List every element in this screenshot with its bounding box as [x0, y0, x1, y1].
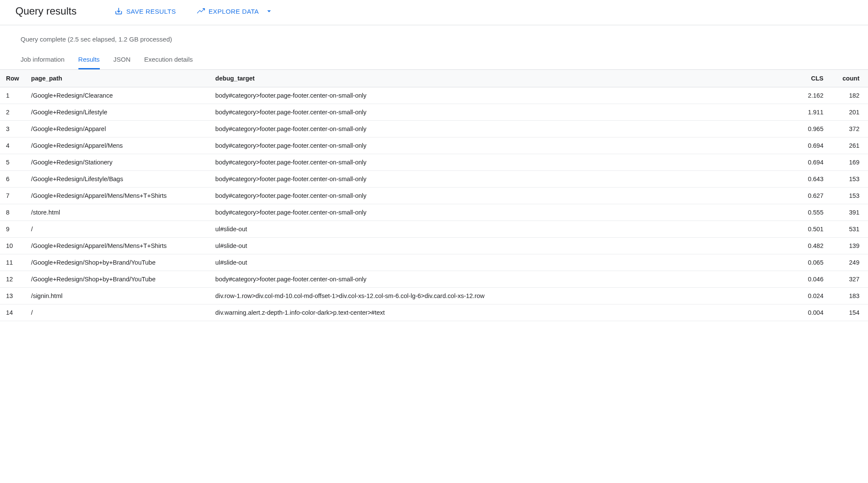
table-row: 14/div.warning.alert.z-depth-1.info-colo… — [0, 304, 868, 321]
cell-count: 201 — [829, 104, 868, 121]
chevron-down-icon — [265, 7, 273, 15]
cell-debug-target: body#category>footer.page-footer.center-… — [210, 188, 791, 204]
results-header: Query results SAVE RESULTS EXPLORE DATA — [0, 0, 868, 25]
cell-cls: 0.482 — [791, 238, 829, 254]
status-area: Query complete (2.5 sec elapsed, 1.2 GB … — [0, 25, 868, 43]
tab-job-information[interactable]: Job information — [21, 51, 65, 69]
cell-count: 327 — [829, 271, 868, 288]
tab-json[interactable]: JSON — [114, 51, 131, 69]
cell-row-number: 3 — [0, 121, 25, 137]
cell-cls: 0.046 — [791, 271, 829, 288]
tab-results[interactable]: Results — [78, 51, 100, 69]
cell-page-path: /Google+Redesign/Lifestyle/Bags — [25, 171, 210, 188]
col-header-cls: CLS — [791, 70, 829, 87]
cell-page-path: /store.html — [25, 204, 210, 221]
page-title: Query results — [15, 5, 77, 17]
cell-debug-target: div.row-1.row>div.col-md-10.col-md-offse… — [210, 288, 791, 304]
cell-cls: 0.694 — [791, 154, 829, 171]
cell-debug-target: ul#slide-out — [210, 238, 791, 254]
table-row: 11/Google+Redesign/Shop+by+Brand/YouTube… — [0, 254, 868, 271]
cell-page-path: /Google+Redesign/Lifestyle — [25, 104, 210, 121]
cell-count: 391 — [829, 204, 868, 221]
cell-count: 154 — [829, 304, 868, 321]
cell-row-number: 1 — [0, 87, 25, 104]
col-header-row: Row — [0, 70, 25, 87]
col-header-debug-target: debug_target — [210, 70, 791, 87]
cell-debug-target: body#category>footer.page-footer.center-… — [210, 171, 791, 188]
cell-row-number: 6 — [0, 171, 25, 188]
cell-cls: 0.004 — [791, 304, 829, 321]
table-row: 10/Google+Redesign/Apparel/Mens/Mens+T+S… — [0, 238, 868, 254]
cell-count: 249 — [829, 254, 868, 271]
cell-count: 182 — [829, 87, 868, 104]
cell-cls: 1.911 — [791, 104, 829, 121]
table-row: 3/Google+Redesign/Apparelbody#category>f… — [0, 121, 868, 137]
cell-debug-target: body#category>footer.page-footer.center-… — [210, 87, 791, 104]
cell-cls: 0.065 — [791, 254, 829, 271]
download-icon — [114, 7, 123, 15]
save-results-button[interactable]: SAVE RESULTS — [114, 7, 176, 15]
cell-row-number: 13 — [0, 288, 25, 304]
cell-count: 153 — [829, 171, 868, 188]
cell-page-path: /Google+Redesign/Apparel/Mens — [25, 137, 210, 154]
cell-cls: 0.643 — [791, 171, 829, 188]
cell-debug-target: body#category>footer.page-footer.center-… — [210, 271, 791, 288]
cell-row-number: 8 — [0, 204, 25, 221]
cell-row-number: 10 — [0, 238, 25, 254]
cell-debug-target: body#category>footer.page-footer.center-… — [210, 154, 791, 171]
table-row: 6/Google+Redesign/Lifestyle/Bagsbody#cat… — [0, 171, 868, 188]
cell-debug-target: body#category>footer.page-footer.center-… — [210, 137, 791, 154]
cell-cls: 0.627 — [791, 188, 829, 204]
cell-cls: 0.555 — [791, 204, 829, 221]
chart-icon — [197, 7, 205, 15]
cell-count: 531 — [829, 221, 868, 238]
cell-cls: 0.501 — [791, 221, 829, 238]
cell-debug-target: body#category>footer.page-footer.center-… — [210, 121, 791, 137]
cell-count: 183 — [829, 288, 868, 304]
cell-page-path: / — [25, 304, 210, 321]
table-row: 5/Google+Redesign/Stationerybody#categor… — [0, 154, 868, 171]
cell-page-path: /Google+Redesign/Stationery — [25, 154, 210, 171]
cell-row-number: 2 — [0, 104, 25, 121]
table-row: 8/store.htmlbody#category>footer.page-fo… — [0, 204, 868, 221]
table-row: 7/Google+Redesign/Apparel/Mens/Mens+T+Sh… — [0, 188, 868, 204]
cell-row-number: 7 — [0, 188, 25, 204]
save-results-label: SAVE RESULTS — [126, 8, 176, 15]
cell-page-path: / — [25, 221, 210, 238]
query-status-text: Query complete (2.5 sec elapsed, 1.2 GB … — [21, 36, 847, 43]
cell-cls: 0.694 — [791, 137, 829, 154]
cell-page-path: /Google+Redesign/Shop+by+Brand/YouTube — [25, 254, 210, 271]
table-row: 1/Google+Redesign/Clearancebody#category… — [0, 87, 868, 104]
cell-row-number: 14 — [0, 304, 25, 321]
table-row: 12/Google+Redesign/Shop+by+Brand/YouTube… — [0, 271, 868, 288]
cell-row-number: 11 — [0, 254, 25, 271]
cell-debug-target: body#category>footer.page-footer.center-… — [210, 104, 791, 121]
cell-cls: 0.965 — [791, 121, 829, 137]
cell-count: 261 — [829, 137, 868, 154]
cell-row-number: 12 — [0, 271, 25, 288]
cell-row-number: 9 — [0, 221, 25, 238]
cell-debug-target: div.warning.alert.z-depth-1.info-color-d… — [210, 304, 791, 321]
cell-page-path: /Google+Redesign/Shop+by+Brand/YouTube — [25, 271, 210, 288]
cell-count: 153 — [829, 188, 868, 204]
table-row: 4/Google+Redesign/Apparel/Mensbody#categ… — [0, 137, 868, 154]
cell-page-path: /signin.html — [25, 288, 210, 304]
cell-row-number: 5 — [0, 154, 25, 171]
result-tabs: Job information Results JSON Execution d… — [0, 51, 868, 69]
cell-cls: 2.162 — [791, 87, 829, 104]
cell-page-path: /Google+Redesign/Apparel/Mens/Mens+T+Shi… — [25, 238, 210, 254]
cell-cls: 0.024 — [791, 288, 829, 304]
table-row: 9/ul#slide-out0.501531 — [0, 221, 868, 238]
cell-debug-target: body#category>footer.page-footer.center-… — [210, 204, 791, 221]
explore-data-button[interactable]: EXPLORE DATA — [197, 7, 274, 15]
cell-count: 372 — [829, 121, 868, 137]
table-row: 13/signin.htmldiv.row-1.row>div.col-md-1… — [0, 288, 868, 304]
col-header-page-path: page_path — [25, 70, 210, 87]
cell-page-path: /Google+Redesign/Apparel — [25, 121, 210, 137]
tab-execution-details[interactable]: Execution details — [144, 51, 193, 69]
table-header-row: Row page_path debug_target CLS count — [0, 70, 868, 87]
cell-count: 139 — [829, 238, 868, 254]
cell-page-path: /Google+Redesign/Clearance — [25, 87, 210, 104]
cell-row-number: 4 — [0, 137, 25, 154]
table-row: 2/Google+Redesign/Lifestylebody#category… — [0, 104, 868, 121]
